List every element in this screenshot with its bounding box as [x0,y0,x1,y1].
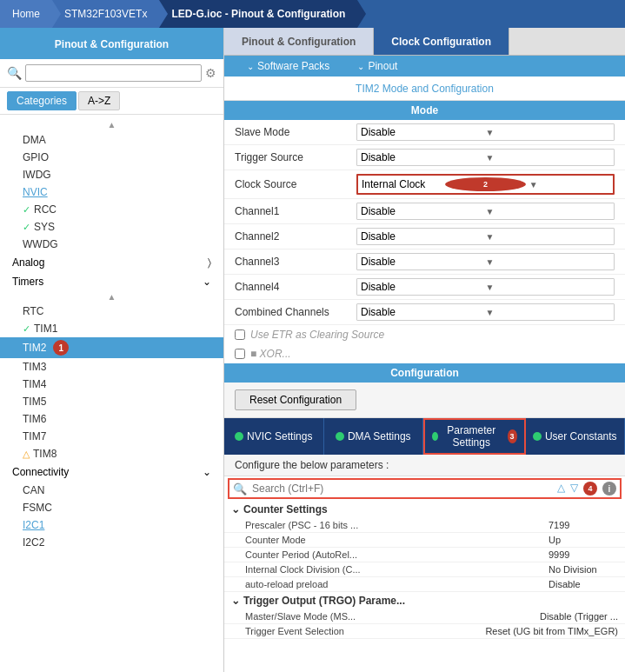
sidebar-item-tim8[interactable]: △ TIM8 [0,445,223,462]
content-subtabs: ⌄ Software Packs ⌄ Pinout [224,56,625,77]
sidebar-item-tim7[interactable]: TIM7 [0,428,223,445]
param-row-counter-period: Counter Period (AutoRel... 9999 [224,548,625,562]
top-nav: Home STM32F103VETx LED-G.ioc - Pinout & … [0,0,625,28]
sidebar-item-gpio[interactable]: GPIO [0,149,223,166]
subtab-pinout[interactable]: ⌄ Pinout [343,56,411,77]
connectivity-chevron: ⌄ [203,466,211,478]
checkbox-xor[interactable] [235,349,245,359]
analog-group-header[interactable]: Analog 〉 [0,253,223,272]
dropdown-arrow-7: ▼ [486,283,611,292]
chevron-down-trgo: ⌄ [231,595,240,607]
connectivity-label: Connectivity [12,466,69,478]
sidebar-tabs: Categories A->Z [0,88,223,115]
search-icon-param: 🔍 [233,482,247,496]
nav-home[interactable]: Home [0,0,52,28]
param-row-counter-mode: Counter Mode Up [224,533,625,548]
mode-section-bar: Mode [224,101,625,120]
select-channel1[interactable]: Disable ▼ [356,203,615,220]
connectivity-group-header[interactable]: Connectivity ⌄ [0,462,223,482]
sidebar-item-dma[interactable]: DMA [0,131,223,149]
select-clock-source[interactable]: Internal Clock 2 ▼ [356,174,615,195]
sidebar-item-wwdg[interactable]: WWDG [0,236,223,253]
tab-pinout-config[interactable]: Pinout & Configuration [224,28,374,55]
config-tab-dma[interactable]: DMA Settings [324,418,424,455]
select-slave-mode[interactable]: Disable ▼ [356,123,615,141]
sidebar-item-i2c2[interactable]: I2C2 [0,534,223,551]
user-const-dot-icon [533,432,542,441]
sidebar-item-sys[interactable]: ✓ SYS [0,218,223,236]
config-tab-param[interactable]: Parameter Settings 3 [423,418,526,455]
nav-stm-label: STM32F103VETx [64,8,147,20]
gear-icon[interactable]: ⚙ [205,66,216,80]
dropdown-arrow-3: ▼ [529,180,609,190]
form-row-channel1: Channel1 Disable ▼ [224,199,625,224]
trgo-header[interactable]: ⌄ Trigger Output (TRGO) Parame... [224,592,625,609]
sidebar-item-can[interactable]: CAN [0,482,223,499]
form-row-channel3: Channel3 Disable ▼ [224,250,625,275]
search-input[interactable] [25,64,202,82]
form-row-trigger-source: Trigger Source Disable ▼ [224,145,625,170]
subtab-software-packs[interactable]: ⌄ Software Packs [233,56,343,77]
tab-clock-config[interactable]: Clock Configuration [374,28,509,55]
nav-home-label: Home [12,8,40,20]
param-row-prescaler: Prescaler (PSC - 16 bits ... 7199 [224,518,625,533]
config-tab-nvic[interactable]: NVIC Settings [224,418,324,455]
checkbox-xor-row: ■ XOR... [224,344,625,363]
sidebar-item-tim2[interactable]: TIM2 1 [0,337,223,358]
timers-group-header[interactable]: Timers ⌄ [0,272,223,291]
scroll-up-btn[interactable]: ▲ [0,118,223,131]
config-tab-user-const[interactable]: User Constants [526,418,626,455]
sidebar-item-tim1[interactable]: ✓ TIM1 [0,320,223,337]
reset-config-button[interactable]: Reset Configuration [235,389,356,410]
content-body: TIM2 Mode and Configuration Mode Slave M… [224,77,625,672]
select-channel4[interactable]: Disable ▼ [356,278,615,296]
dropdown-arrow-5: ▼ [486,232,611,242]
sidebar-item-iwdg[interactable]: IWDG [0,166,223,183]
sidebar-item-i2c1[interactable]: I2C1 [0,516,223,534]
nav-current[interactable]: LED-G.ioc - Pinout & Configuration [159,0,357,28]
analog-chevron: 〉 [208,256,211,269]
param-search-input[interactable] [252,482,552,495]
checkbox-etr-label: Use ETR as Clearing Source [250,329,384,341]
tab-atoz[interactable]: A->Z [78,91,120,110]
select-channel3[interactable]: Disable ▼ [356,253,615,270]
clock-icon: △ [557,482,565,496]
checkbox-etr[interactable] [235,329,245,340]
search-badge: 4 [583,482,597,496]
analog-label: Analog [12,256,44,269]
sidebar-item-fsmc[interactable]: FSMC [0,499,223,516]
select-channel2[interactable]: Disable ▼ [356,228,615,245]
main-container: Pinout & Configuration 🔍 ⚙ Categories A-… [0,28,625,672]
sidebar-header: Pinout & Configuration [0,28,223,59]
select-combined-channels[interactable]: Disable ▼ [356,303,615,321]
select-trigger-source[interactable]: Disable ▼ [356,149,615,166]
config-tabs: NVIC Settings DMA Settings Parameter Set… [224,418,625,455]
dma-dot-icon [336,432,344,441]
check-icon-tim1: ✓ [23,323,30,335]
search-icon: 🔍 [7,66,22,80]
form-row-channel4: Channel4 Disable ▼ [224,275,625,300]
clock-source-badge: 2 [445,177,525,191]
sidebar-search-row: 🔍 ⚙ [0,59,223,88]
sidebar-item-rcc[interactable]: ✓ RCC [0,201,223,218]
chevron-down-icon: ⌄ [247,62,254,71]
sidebar-item-rtc[interactable]: RTC [0,303,223,320]
sidebar-item-tim5[interactable]: TIM5 [0,393,223,410]
info-icon[interactable]: i [602,482,616,496]
param-search-container: 🔍 △ ▽ 4 i [228,478,622,499]
nav-stm[interactable]: STM32F103VETx [52,0,159,28]
timers-chevron: ⌄ [203,276,211,288]
counter-settings-header[interactable]: ⌄ Counter Settings [224,501,625,518]
timers-label: Timers [12,276,43,288]
clock-icon-2: ▽ [570,482,578,496]
param-row-clock-div: Internal Clock Division (C... No Divisio… [224,562,625,577]
sidebar-item-tim4[interactable]: TIM4 [0,376,223,393]
content-area: Pinout & Configuration Clock Configurati… [224,28,625,672]
sidebar-item-tim6[interactable]: TIM6 [0,410,223,428]
sidebar-item-nvic[interactable]: NVIC [0,183,223,201]
scroll-indicator: ▲ [0,291,223,303]
tab-categories[interactable]: Categories [7,91,76,110]
tim2-badge: 1 [53,340,69,356]
check-icon-sys: ✓ [23,222,30,233]
sidebar-item-tim3[interactable]: TIM3 [0,358,223,376]
